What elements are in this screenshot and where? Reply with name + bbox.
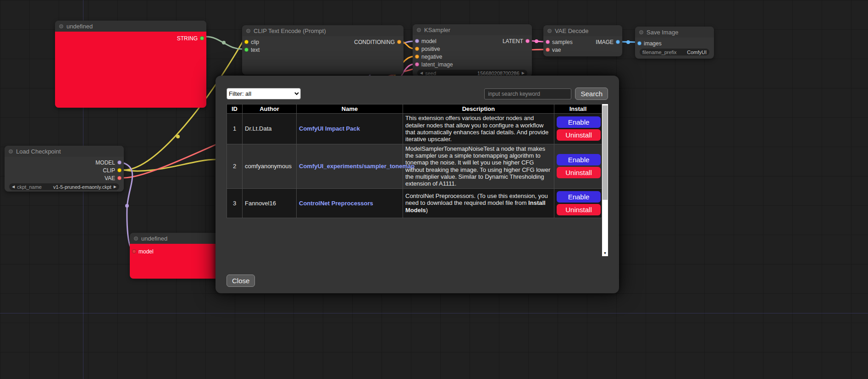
extension-link[interactable]: ControlNet Preprocessors [299,200,373,207]
scroll-down-icon[interactable]: ▼ [602,250,608,256]
node-undefined-top[interactable]: undefined STRING [55,21,206,108]
node-header[interactable]: VAE Decode [543,25,622,36]
slot-latent-image-input[interactable] [415,62,419,66]
header-install: Install [554,104,602,114]
filename-prefix-value: ComfyUI [687,49,707,55]
uninstall-button[interactable]: Uninstall [557,167,601,178]
uninstall-button[interactable]: Uninstall [557,129,601,141]
enable-button[interactable]: Enable [557,154,601,165]
extension-link[interactable]: ComfyUI Impact Pack [299,125,360,132]
node-title: Save Image [647,29,678,36]
extension-row: 1Dr.Lt.DataComfyUI Impact PackThis exten… [227,114,602,144]
slot-string-output[interactable] [200,36,204,40]
slot-positive-input[interactable] [415,47,419,51]
node-title: undefined [141,235,167,242]
slot-clip-input[interactable] [244,40,249,44]
link-midpoint-dot [535,39,538,43]
collapse-dot-icon[interactable] [246,29,250,33]
node-header[interactable]: CLIP Text Encode (Prompt) [242,25,404,36]
slot-latent-label: LATENT [503,38,523,44]
collapse-dot-icon[interactable] [9,149,13,154]
slot-samples-input[interactable] [546,40,550,44]
ckpt-name-label: ckpt_name [17,184,42,190]
ckpt-name-widget[interactable]: ◀ ckpt_name v1-5-pruned-emaonly.ckpt ▶ [9,183,119,190]
prev-option-icon[interactable]: ◀ [12,183,15,190]
extension-description: ModelSamplerTonemapNoiseTest a node that… [403,144,554,188]
extension-id: 1 [227,114,243,144]
link-string-to-text[interactable] [206,37,242,49]
scrollbar-thumb[interactable] [603,105,608,200]
link-midpoint-dot [125,204,129,208]
extension-author: Dr.Lt.Data [243,114,297,144]
link-image-to-images[interactable] [620,42,636,42]
slot-model-input[interactable] [415,39,419,43]
scrollbar[interactable]: ▼ [602,104,608,256]
slot-latent-image-label: latent_image [421,61,453,68]
extension-name-cell: ControlNet Preprocessors [297,188,403,218]
node-graph-canvas[interactable]: undefined STRING CLIP Text Encode (Promp… [0,0,868,379]
slot-model-label: model [138,248,154,255]
extension-author: Fannovel16 [243,188,297,218]
node-clip-text-encode[interactable]: CLIP Text Encode (Prompt) clip CONDITION… [242,25,404,75]
slot-positive-label: positive [421,46,440,52]
node-save-image[interactable]: Save Image images filename_prefix ComfyU… [635,27,714,59]
node-header[interactable]: undefined [130,233,221,244]
enable-button[interactable]: Enable [557,191,601,203]
slot-text-input[interactable] [244,48,249,52]
slot-vae-input[interactable] [546,48,550,52]
slot-model-label: MODEL [95,159,115,166]
collapse-dot-icon[interactable] [59,24,63,28]
node-load-checkpoint[interactable]: Load Checkpoint MODEL CLIP VAE [5,146,124,192]
extension-name-cell: ComfyUI_experiments/sampler_tonemap [297,144,403,188]
slot-model-output[interactable] [117,160,122,165]
next-option-icon[interactable]: ▶ [114,183,116,190]
slot-clip-label: clip [251,39,259,45]
slot-images-label: images [644,40,662,47]
filename-prefix-widget[interactable]: filename_prefix ComfyUI [640,49,709,55]
extension-author: comfyanonymous [243,144,297,188]
close-button[interactable]: Close [227,275,255,287]
link-midpoint-dot [176,135,180,138]
link-midpoint-dot [626,40,630,44]
node-header[interactable]: undefined [55,21,206,32]
node-header[interactable]: Load Checkpoint [5,146,124,157]
uninstall-button[interactable]: Uninstall [557,204,601,215]
filter-select[interactable]: Filter: all [227,88,301,99]
search-button[interactable]: Search [575,88,608,100]
slot-clip-output[interactable] [117,168,122,172]
collapse-dot-icon[interactable] [134,236,138,241]
node-vae-decode[interactable]: VAE Decode samples IMAGE vae [543,25,622,56]
slot-negative-label: negative [421,54,442,60]
slot-conditioning-label: CONDITIONING [354,39,395,45]
extension-install-cell: EnableUninstall [554,114,602,144]
node-title: CLIP Text Encode (Prompt) [254,27,326,34]
collapse-dot-icon[interactable] [417,28,421,32]
slot-latent-output[interactable] [525,39,530,43]
ckpt-name-value: v1-5-pruned-emaonly.ckpt [53,184,111,190]
node-title: VAE Decode [555,27,588,34]
extension-install-cell: EnableUninstall [554,188,602,218]
slot-model-input[interactable] [132,249,136,253]
node-undefined-bottom[interactable]: undefined model [130,233,221,279]
search-input[interactable] [484,88,571,99]
node-header[interactable]: KSampler [413,24,532,35]
enable-button[interactable]: Enable [557,116,601,128]
extension-link[interactable]: ComfyUI_experiments/sampler_tonemap [299,163,415,170]
collapse-dot-icon[interactable] [639,30,643,34]
slot-vae-label: VAE [105,175,115,181]
slot-vae-output[interactable] [117,176,122,180]
extension-row: 3Fannovel16ControlNet PreprocessorsContr… [227,188,602,218]
slot-image-output[interactable] [616,40,620,44]
extension-manager-dialog: Filter: all Search ID Author Name Descri… [216,76,619,293]
extension-description: This extension offers various detector n… [403,114,554,144]
node-ksampler[interactable]: KSampler model LATENT positive [413,24,532,77]
slot-conditioning-output[interactable] [397,40,401,44]
slot-images-input[interactable] [637,41,641,45]
extension-name-cell: ComfyUI Impact Pack [297,114,403,144]
extension-id: 3 [227,188,243,218]
node-header[interactable]: Save Image [635,27,714,38]
extension-table: ID Author Name Description Install 1Dr.L… [227,104,602,218]
slot-negative-input[interactable] [415,55,419,59]
table-header-row: ID Author Name Description Install [227,104,602,114]
collapse-dot-icon[interactable] [547,29,552,33]
